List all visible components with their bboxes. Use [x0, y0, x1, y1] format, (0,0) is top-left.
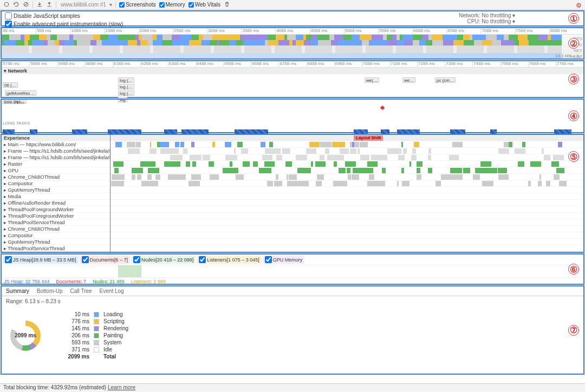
- flame-segment[interactable]: [316, 181, 322, 186]
- flame-segment[interactable]: [450, 168, 462, 173]
- flame-segment[interactable]: [191, 174, 201, 180]
- memory-series-toggle[interactable]: Documents[6 – 7]: [80, 256, 131, 264]
- flame-segment[interactable]: [401, 142, 403, 147]
- network-track[interactable]: 5788 ms5888 ms5988 ms6088 ms6188 ms6288 …: [1, 60, 584, 98]
- flame-segment[interactable]: [498, 174, 509, 180]
- flame-segment[interactable]: [397, 181, 399, 186]
- flame-segment[interactable]: [114, 168, 119, 173]
- flame-segment[interactable]: [236, 174, 243, 180]
- recording-tab[interactable]: www.bilibili.com #1: [61, 2, 106, 8]
- flame-segment[interactable]: [180, 142, 184, 147]
- flame-segment[interactable]: [367, 181, 374, 186]
- flame-segment[interactable]: [191, 142, 194, 147]
- flame-segment[interactable]: [428, 148, 431, 154]
- network-request[interactable]: we(…: [365, 77, 379, 83]
- flame-segment[interactable]: [475, 168, 484, 173]
- details-tab[interactable]: Summary: [6, 288, 29, 294]
- memory-series-toggle[interactable]: Listeners[1 075 – 3 045]: [197, 256, 262, 264]
- flame-segment[interactable]: [554, 174, 560, 180]
- flame-segment[interactable]: [353, 168, 363, 173]
- thread-label[interactable]: ▸ Main — https://www.bilibili.com/: [2, 142, 110, 147]
- flame-segment[interactable]: [157, 174, 160, 180]
- flame-segment[interactable]: [382, 155, 385, 160]
- flame-segment[interactable]: [558, 142, 562, 147]
- flame-segment[interactable]: [317, 174, 324, 180]
- network-throttle-select[interactable]: No throttling: [482, 12, 511, 18]
- cpu-throttle-select[interactable]: No throttling: [482, 18, 511, 24]
- flame-segment[interactable]: [360, 155, 369, 160]
- flame-segment[interactable]: [463, 168, 470, 173]
- playhead-line[interactable]: [110, 135, 110, 252]
- flame-segment[interactable]: [229, 168, 238, 173]
- flame-segment[interactable]: [559, 181, 567, 186]
- flame-segment[interactable]: [287, 161, 292, 167]
- flame-segment[interactable]: [230, 161, 233, 167]
- flame-segment[interactable]: [294, 181, 301, 186]
- flame-segment[interactable]: [269, 142, 274, 147]
- flame-segment[interactable]: [546, 181, 551, 186]
- memory-checkbox[interactable]: Memory: [159, 2, 185, 8]
- flame-segment[interactable]: [146, 181, 158, 186]
- flame-segment[interactable]: [345, 161, 356, 167]
- flame-segment[interactable]: [234, 148, 236, 154]
- flame-segment[interactable]: [225, 142, 231, 147]
- flame-segment[interactable]: [300, 181, 309, 186]
- flame-segment[interactable]: [115, 142, 122, 147]
- flame-segment[interactable]: [358, 148, 360, 154]
- flame-segment[interactable]: [348, 174, 352, 180]
- flame-segment[interactable]: [352, 142, 354, 147]
- flame-segment[interactable]: [414, 142, 419, 147]
- flame-segment[interactable]: [190, 155, 193, 160]
- flame-segment[interactable]: [480, 161, 491, 167]
- details-tab[interactable]: Bottom-Up: [37, 288, 63, 294]
- flame-segment[interactable]: [515, 148, 525, 154]
- flame-segment[interactable]: [132, 174, 135, 180]
- thread-label[interactable]: ▸ Media: [2, 194, 110, 199]
- flame-segment[interactable]: [339, 168, 346, 173]
- flame-segment[interactable]: [172, 174, 180, 180]
- flame-segment[interactable]: [127, 142, 135, 147]
- flame-segment[interactable]: [334, 161, 337, 167]
- flame-segment[interactable]: [186, 161, 190, 167]
- flame-segment[interactable]: [132, 168, 143, 173]
- flame-segment[interactable]: [160, 148, 171, 154]
- flame-segment[interactable]: [412, 148, 416, 154]
- flame-segment[interactable]: [347, 168, 350, 173]
- flame-segment[interactable]: [261, 142, 266, 147]
- flame-segment[interactable]: [164, 161, 174, 167]
- flame-segment[interactable]: [226, 155, 237, 160]
- network-request[interactable]: we…: [402, 77, 415, 83]
- flame-segment[interactable]: [428, 168, 433, 173]
- flame-segment[interactable]: [556, 168, 564, 173]
- flame-segment[interactable]: [487, 168, 497, 173]
- flame-segment[interactable]: [206, 155, 210, 160]
- flame-segment[interactable]: [325, 148, 329, 154]
- flame-segment[interactable]: [146, 161, 155, 167]
- flame-segment[interactable]: [320, 142, 332, 147]
- flame-segment[interactable]: [111, 181, 120, 186]
- flame-segment[interactable]: [147, 174, 151, 180]
- flame-segment[interactable]: [538, 181, 542, 186]
- flame-segment[interactable]: [370, 168, 373, 173]
- thread-label[interactable]: ▸ Compositor: [2, 233, 110, 238]
- flame-segment[interactable]: [288, 181, 290, 186]
- thread-label[interactable]: ▸ GPU: [2, 168, 110, 173]
- thread-label[interactable]: ▸ Frame — https://s1.hdslb.com/bfs/seed/…: [2, 148, 110, 154]
- flame-segment[interactable]: [417, 168, 420, 173]
- flame-segment[interactable]: [300, 168, 311, 173]
- details-tab[interactable]: Event Log: [100, 288, 124, 294]
- flame-segment[interactable]: [274, 181, 282, 186]
- flame-segment[interactable]: [377, 181, 385, 186]
- flame-segment[interactable]: [417, 174, 422, 180]
- flame-segment[interactable]: [441, 174, 452, 180]
- flame-segment[interactable]: [320, 155, 324, 160]
- flame-segment[interactable]: [287, 174, 288, 180]
- flame-segment[interactable]: [410, 161, 412, 167]
- flame-segment[interactable]: [385, 155, 387, 160]
- flame-segment[interactable]: [553, 155, 564, 160]
- flame-segment[interactable]: [435, 181, 441, 186]
- dropdown-icon[interactable]: ▾: [109, 2, 112, 8]
- flame-segment[interactable]: [223, 168, 230, 173]
- main-thread-panel[interactable]: Experience Layout Shift ▸ Main — https:/…: [1, 134, 584, 253]
- flame-segment[interactable]: [530, 161, 541, 167]
